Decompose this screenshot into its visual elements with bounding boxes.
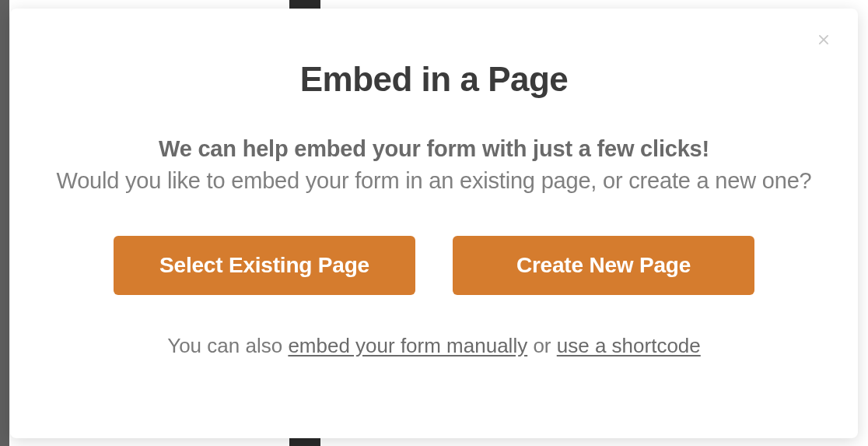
embed-manually-link[interactable]: embed your form manually	[288, 334, 527, 357]
modal-overlay: Embed in a Page We can help embed your f…	[0, 0, 868, 446]
create-new-page-button[interactable]: Create New Page	[453, 236, 754, 295]
helper-middle: or	[527, 334, 557, 357]
modal-title: Embed in a Page	[41, 60, 827, 99]
modal-lead-text: We can help embed your form with just a …	[41, 133, 827, 165]
helper-prefix: You can also	[167, 334, 288, 357]
button-row: Select Existing Page Create New Page	[41, 236, 827, 295]
embed-modal: Embed in a Page We can help embed your f…	[10, 9, 858, 438]
modal-subtext: Would you like to embed your form in an …	[41, 164, 827, 197]
helper-text: You can also embed your form manually or…	[41, 334, 827, 358]
close-icon[interactable]	[814, 30, 833, 49]
select-existing-page-button[interactable]: Select Existing Page	[114, 236, 415, 295]
use-shortcode-link[interactable]: use a shortcode	[557, 334, 701, 357]
